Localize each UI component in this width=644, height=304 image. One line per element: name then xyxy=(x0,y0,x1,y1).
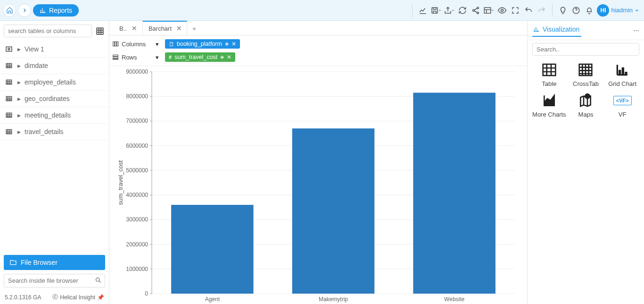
viz-vf[interactable]: <VF> VF xyxy=(605,92,639,118)
close-icon[interactable]: ✕ xyxy=(132,25,137,32)
search-tables-input[interactable] xyxy=(4,25,92,37)
sidebar-item-travel[interactable]: ▸ travel_details xyxy=(0,124,109,140)
vf-icon: <VF> xyxy=(612,92,633,109)
columns-menu[interactable]: ▾ xyxy=(156,41,161,48)
svg-rect-10 xyxy=(6,63,12,68)
file-browser-search-input[interactable] xyxy=(4,274,91,287)
shelves: Columns ▾ booking_platform ✥ ✕ Rows ▾ # xyxy=(109,35,527,66)
add-tab-button[interactable]: ＋ xyxy=(187,23,201,35)
reports-label: Reports xyxy=(49,7,72,14)
remove-pill-icon[interactable]: ✕ xyxy=(231,41,236,47)
forward-button[interactable] xyxy=(18,4,31,17)
svg-point-15 xyxy=(96,278,99,281)
topbar: Reports HI hiadmin xyxy=(0,0,644,21)
export-icon[interactable] xyxy=(444,5,455,16)
svg-text:Website: Website xyxy=(444,296,464,303)
rows-shelf: Rows ▾ # sum_travel_cost ✥ ✕ xyxy=(112,51,524,64)
column-pill-label: booking_platform xyxy=(177,41,222,47)
right-tabs: Visualization ⋯ xyxy=(528,21,644,40)
viz-gridchart[interactable]: Grid Chart xyxy=(605,61,639,87)
sidebar-item-label: meeting_details xyxy=(25,111,71,119)
tab-label: B.. xyxy=(119,25,127,32)
sidebar-item-label: geo_cordinates xyxy=(25,95,70,102)
svg-text:3000000: 3000000 xyxy=(126,216,148,223)
preview-icon[interactable] xyxy=(496,5,508,16)
sidebar-item-view1[interactable]: ▸ View 1 xyxy=(0,41,109,58)
rows-label: Rows xyxy=(112,54,152,61)
help-icon[interactable] xyxy=(570,5,582,16)
svg-rect-16 xyxy=(113,42,115,46)
svg-text:8000000: 8000000 xyxy=(126,93,148,100)
svg-rect-11 xyxy=(6,80,12,84)
svg-rect-21 xyxy=(113,59,118,60)
viz-search-input[interactable] xyxy=(533,43,639,55)
svg-point-9 xyxy=(8,48,10,50)
tables-list: ▸ View 1 ▸ dimdate ▸ employee_details ▸ … xyxy=(0,41,109,251)
drag-icon[interactable]: ✥ xyxy=(225,42,229,47)
save-icon[interactable] xyxy=(430,5,442,16)
svg-text:5000000: 5000000 xyxy=(126,167,148,174)
home-button[interactable] xyxy=(3,4,16,17)
sidebar-item-label: travel_details xyxy=(25,128,64,135)
layout-icon[interactable] xyxy=(483,5,495,16)
sidebar-item-geo[interactable]: ▸ geo_cordinates xyxy=(0,91,109,107)
svg-rect-7 xyxy=(97,28,103,34)
sidebar-item-meeting[interactable]: ▸ meeting_details xyxy=(0,107,109,124)
right-panel: Visualization ⋯ Table CrossTab Grid Char… xyxy=(527,21,644,304)
sidebar-item-dimdate[interactable]: ▸ dimdate xyxy=(0,58,109,74)
svg-rect-57 xyxy=(413,93,495,294)
sidebar-item-label: View 1 xyxy=(25,45,44,53)
tabs: B.. ✕ Barchart ✕ ＋ xyxy=(109,21,527,35)
linechart-icon[interactable] xyxy=(417,5,429,16)
viz-label: Maps xyxy=(578,111,594,118)
svg-text:2000000: 2000000 xyxy=(126,241,148,248)
viz-search[interactable] xyxy=(532,43,639,56)
tab-barchart[interactable]: Barchart ✕ xyxy=(142,21,187,35)
svg-rect-8 xyxy=(6,47,12,51)
sidebar: ▸ View 1 ▸ dimdate ▸ employee_details ▸ … xyxy=(0,21,109,304)
hash-icon: # xyxy=(169,54,172,60)
visualization-tab-label: Visualization xyxy=(543,25,579,33)
sidebar-item-label: dimdate xyxy=(25,62,48,69)
rows-menu[interactable]: ▾ xyxy=(156,54,161,61)
viz-morecharts[interactable]: More Charts xyxy=(532,92,566,118)
chart-area: 0100000020000003000000400000050000006000… xyxy=(109,66,527,304)
remove-pill-icon[interactable]: ✕ xyxy=(227,54,231,60)
file-browser-search[interactable] xyxy=(4,274,105,287)
viz-label: Grid Chart xyxy=(608,80,636,87)
viz-maps[interactable]: Maps xyxy=(569,92,603,118)
topbar-left: Reports xyxy=(0,0,79,20)
file-browser-button[interactable]: File Browser xyxy=(4,255,105,270)
visualization-tab[interactable]: Visualization xyxy=(532,24,581,37)
search-icon[interactable] xyxy=(91,277,105,285)
pin-icon[interactable]: 📌 xyxy=(97,294,104,301)
bell-icon[interactable] xyxy=(584,5,595,16)
svg-rect-13 xyxy=(6,113,12,117)
svg-text:6000000: 6000000 xyxy=(126,143,148,149)
reports-tab[interactable]: Reports xyxy=(33,4,79,17)
viz-label: More Charts xyxy=(532,111,566,118)
refresh-icon[interactable] xyxy=(457,5,468,16)
close-icon[interactable]: ✕ xyxy=(176,25,182,32)
undo-icon[interactable] xyxy=(523,5,534,16)
maps-icon xyxy=(575,92,596,109)
brand-label: Helical Insight xyxy=(60,294,95,301)
svg-rect-4 xyxy=(485,8,491,13)
fullscreen-icon[interactable] xyxy=(510,5,521,16)
svg-rect-19 xyxy=(113,55,118,56)
svg-text:7000000: 7000000 xyxy=(126,118,148,124)
file-browser-label: File Browser xyxy=(21,259,58,266)
sidebar-item-employee[interactable]: ▸ employee_details xyxy=(0,74,109,91)
tables-grid-icon[interactable] xyxy=(95,26,105,36)
row-pill[interactable]: # sum_travel_cost ✥ ✕ xyxy=(165,52,235,62)
column-pill[interactable]: booking_platform ✥ ✕ xyxy=(165,39,240,49)
share-icon[interactable] xyxy=(470,5,481,16)
viz-table[interactable]: Table xyxy=(532,61,566,87)
columns-shelf: Columns ▾ booking_platform ✥ ✕ xyxy=(112,37,524,51)
drag-icon[interactable]: ✥ xyxy=(220,55,224,60)
right-more-icon[interactable]: ⋯ xyxy=(633,27,639,34)
user-menu[interactable]: HI hiadmin xyxy=(597,4,639,17)
tab-previous[interactable]: B.. ✕ xyxy=(113,21,142,35)
viz-crosstab[interactable]: CrossTab xyxy=(569,61,603,87)
lightbulb-icon[interactable] xyxy=(557,5,569,16)
